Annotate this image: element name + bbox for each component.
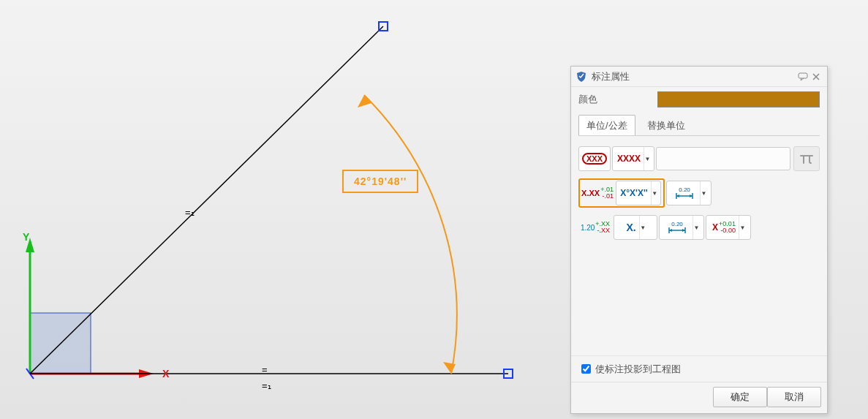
sketch-canvas[interactable]: Y X =₁ = =₁ 42°19'48'' bbox=[0, 0, 570, 419]
dms-value: X°X'X'' bbox=[620, 188, 647, 198]
cancel-button[interactable]: 取消 bbox=[767, 387, 821, 407]
dms-format-dropdown[interactable]: X°X'X'' ▼ bbox=[616, 181, 661, 205]
tol-xx-mid: X.XX bbox=[581, 189, 600, 197]
close-icon[interactable] bbox=[809, 72, 823, 82]
precision-value: XXXX bbox=[617, 154, 641, 164]
sketch-svg bbox=[0, 0, 570, 419]
chevron-down-icon: ▼ bbox=[739, 216, 744, 239]
y-axis-label: Y bbox=[23, 231, 29, 243]
tol-120-bot: -.XX bbox=[597, 227, 611, 234]
arc-arrow-bottom bbox=[443, 362, 456, 374]
limits-dropdown[interactable]: X +0.01 -0.00 ▼ bbox=[706, 215, 751, 240]
gap-dropdown-2[interactable]: 0.20 ▼ bbox=[659, 215, 704, 240]
control-row-3: 1.20 +.XX -.XX X. ▼ 0.20 bbox=[578, 215, 820, 240]
spacer bbox=[578, 247, 820, 350]
constraint-equal-diag[interactable]: =₁ bbox=[185, 207, 195, 218]
svg-text:0.20: 0.20 bbox=[679, 186, 690, 193]
color-row: 颜色 bbox=[571, 87, 827, 112]
highlight-group: X.XX +.01 -.01 X°X'X'' ▼ bbox=[578, 178, 665, 208]
line-diagonal[interactable] bbox=[30, 26, 383, 374]
tabs-row: 单位/公差 替换单位 bbox=[571, 112, 827, 135]
tab-alt-units[interactable]: 替换单位 bbox=[640, 116, 692, 135]
tab-underline bbox=[578, 135, 820, 136]
panel-titlebar[interactable]: 标注属性 bbox=[571, 67, 827, 87]
tab-units-tolerance[interactable]: 单位/公差 bbox=[578, 115, 635, 135]
decimal-format-dropdown[interactable]: X. ▼ bbox=[614, 215, 657, 240]
lim-bot: -0.00 bbox=[720, 227, 736, 234]
x-axis-label: X bbox=[162, 368, 169, 380]
bubble-icon[interactable] bbox=[796, 72, 809, 82]
rounding-icon: XXX bbox=[582, 153, 607, 165]
chevron-down-icon: ▼ bbox=[639, 216, 645, 239]
precision-dropdown[interactable]: XXXX ▼ bbox=[612, 146, 654, 171]
pi-button[interactable] bbox=[793, 146, 820, 171]
project-to-drawing-label: 使标注投影到工程图 bbox=[595, 363, 681, 376]
shield-icon bbox=[575, 71, 587, 83]
tol-120-mid: 1.20 bbox=[581, 224, 595, 232]
constraint-equal-horiz-bot[interactable]: =₁ bbox=[262, 380, 271, 391]
arc-arrow-top bbox=[358, 95, 371, 107]
svg-text:0.20: 0.20 bbox=[671, 221, 683, 227]
color-label: 颜色 bbox=[578, 93, 657, 106]
dim-gap-icon: 0.20 bbox=[672, 186, 697, 200]
angle-dimension-label[interactable]: 42°19'48'' bbox=[342, 170, 418, 193]
tol-xx-bot: -.01 bbox=[602, 193, 614, 200]
lim-x: X bbox=[712, 222, 718, 233]
tolerance-format-button-2[interactable]: 1.20 +.XX -.XX bbox=[578, 215, 612, 240]
chevron-down-icon: ▼ bbox=[644, 147, 649, 170]
xdot-value: X. bbox=[626, 222, 635, 233]
dimension-properties-panel: 标注属性 颜色 单位/公差 替换单位 XXX XXXX ▼ bbox=[570, 66, 828, 414]
control-row-1: XXX XXXX ▼ bbox=[578, 146, 820, 171]
override-text-input[interactable] bbox=[656, 147, 790, 170]
chevron-down-icon: ▼ bbox=[651, 181, 657, 205]
angle-arc[interactable] bbox=[364, 95, 457, 374]
controls-area: XXX XXXX ▼ X.XX +.01 -.01 bbox=[571, 142, 827, 355]
rounding-button[interactable]: XXX bbox=[578, 146, 611, 171]
constraint-equal-horiz-top[interactable]: = bbox=[262, 364, 268, 375]
color-swatch[interactable] bbox=[657, 91, 820, 107]
tolerance-format-button[interactable]: X.XX +.01 -.01 bbox=[581, 181, 614, 205]
button-row: 确定 取消 bbox=[571, 382, 827, 413]
control-row-2: X.XX +.01 -.01 X°X'X'' ▼ 0.20 bbox=[578, 178, 820, 208]
dim-gap-icon: 0.20 bbox=[665, 220, 690, 235]
project-to-drawing-row: 使标注投影到工程图 bbox=[571, 355, 827, 382]
chevron-down-icon: ▼ bbox=[692, 216, 698, 239]
project-to-drawing-checkbox[interactable] bbox=[581, 364, 591, 374]
panel-title: 标注属性 bbox=[592, 70, 630, 83]
gap-dropdown-1[interactable]: 0.20 ▼ bbox=[666, 181, 712, 205]
svg-rect-0 bbox=[799, 73, 807, 78]
chevron-down-icon: ▼ bbox=[700, 181, 706, 205]
ok-button[interactable]: 确定 bbox=[713, 387, 767, 407]
